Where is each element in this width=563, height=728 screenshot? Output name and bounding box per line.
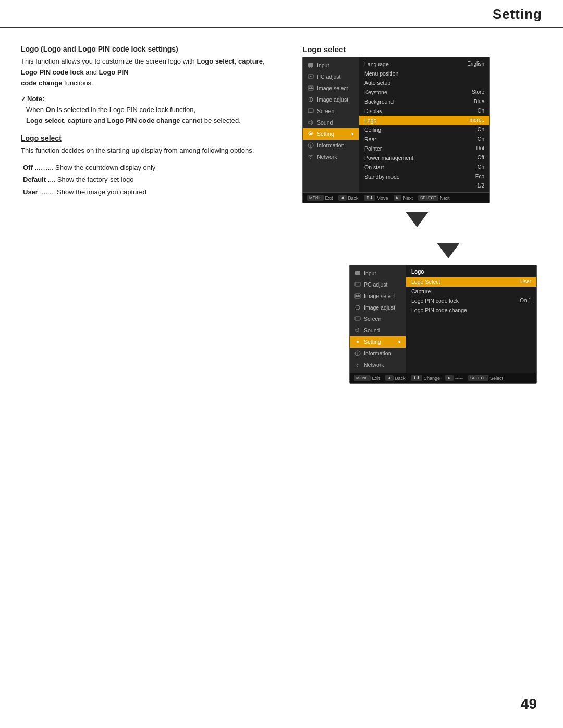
logo-heading: Logo (Logo and Logo PIN code lock settin…	[21, 45, 282, 53]
pcadjust-icon-2	[354, 281, 361, 288]
note-text: When On is selected in the Logo PIN code…	[26, 105, 282, 127]
sidebar-screen-1: Screen	[303, 105, 359, 117]
sidebar-imageselect-2: Image select	[350, 290, 406, 302]
menu-row-autosetup: Auto setup	[359, 78, 489, 88]
imageadjust-icon	[307, 96, 314, 103]
svg-text:i: i	[357, 352, 358, 355]
sidebar-input-1: Input	[303, 59, 359, 71]
menu-inner-2: Input PC adjust Image select	[350, 265, 536, 373]
menu-footer-2: MENU Exit ◄ Back ⬆⬇ Change ► ----- SELEC…	[350, 373, 536, 383]
footer-select-1: SELECT Next	[418, 195, 450, 201]
svg-point-18	[356, 305, 360, 310]
footer-exit-2: MENU Exit	[354, 375, 380, 381]
imageadjust-icon-2	[354, 304, 361, 311]
submenu-title: Logo	[406, 267, 536, 276]
footer-change-2: ⬆⬇ Change	[411, 375, 440, 381]
second-screenshot-container: Input PC adjust Image select	[344, 239, 542, 384]
setting-icon-1	[307, 130, 314, 138]
setting-icon-2	[354, 338, 361, 346]
sidebar-imageadjust-1: Image adjust	[303, 94, 359, 105]
sidebar-screen-2: Screen	[350, 313, 406, 325]
menu-row-menupos: Menu position	[359, 69, 489, 78]
footer-back-1: ◄ Back	[338, 195, 359, 201]
menu-row-onstart: On start On	[359, 163, 489, 172]
menu-screenshot-2: Input PC adjust Image select	[349, 265, 537, 384]
imageselect-icon	[307, 84, 314, 92]
footer-exit-1: MENU Exit	[307, 195, 333, 201]
page-number: 49	[521, 696, 537, 712]
sidebar-input-2: Input	[350, 267, 406, 279]
sidebar-pcadjust-2: PC adjust	[350, 279, 406, 290]
svg-marker-10	[309, 120, 312, 125]
page-header: Setting	[0, 0, 563, 28]
svg-point-21	[357, 341, 359, 343]
menu-row-language: Language English	[359, 59, 489, 69]
menu-row-logopinchange: Logo PIN code change	[406, 305, 536, 315]
sound-icon-1	[307, 119, 314, 126]
input-icon-2	[354, 269, 361, 277]
menu-row-capture: Capture	[406, 287, 536, 296]
sidebar-sound-1: Sound	[303, 117, 359, 128]
option-off: Off .......... Show the countdown displa…	[23, 162, 282, 174]
menu-row-background: Background Blue	[359, 97, 489, 106]
svg-point-24	[357, 366, 358, 367]
note-section: Note: When On is selected in the Logo PI…	[21, 95, 282, 127]
menu-main-1: Language English Menu position Auto setu…	[359, 57, 489, 192]
menu-row-logopin: Logo PIN code lock On 1	[406, 296, 536, 305]
sidebar-imageselect-1: Image select	[303, 82, 359, 94]
note-label: Note:	[21, 95, 282, 103]
menu-row-powermgmt: Power management Off	[359, 153, 489, 163]
svg-marker-20	[356, 328, 359, 332]
svg-point-4	[310, 76, 312, 77]
network-icon-2	[354, 361, 361, 368]
right-column: Logo select Input	[297, 45, 495, 233]
footer-back-2: ◄ Back	[385, 375, 406, 381]
sidebar-imageadjust-2: Image adjust	[350, 302, 406, 313]
left-column: Logo (Logo and Logo PIN code lock settin…	[21, 45, 282, 233]
menu-row-page: 1/2	[359, 181, 489, 190]
footer-select-2: SELECT Select	[468, 375, 503, 381]
logo-select-subheading: Logo select	[21, 134, 282, 142]
menu-sidebar-1: Input PC adjust Image sele	[303, 57, 359, 192]
second-screenshot-row: Input PC adjust Image select	[0, 239, 563, 384]
sidebar-information-1: i Information	[303, 140, 359, 151]
svg-rect-16	[355, 282, 360, 286]
svg-rect-0	[308, 63, 313, 67]
menu-sidebar-2: Input PC adjust Image select	[350, 265, 406, 373]
menu-footer-1: MENU Exit ◄ Back ⬆⬇ Move ► Next	[303, 192, 489, 203]
option-user: User ........ Show the image you capture…	[23, 186, 282, 198]
svg-rect-15	[355, 271, 360, 275]
page-title: Setting	[493, 6, 542, 22]
menu-row-logoselect: Logo Select User	[406, 277, 536, 287]
sidebar-setting-2: Setting ◄	[350, 336, 406, 348]
main-content: Logo (Logo and Logo PIN code lock settin…	[0, 29, 563, 233]
screen-icon-2	[354, 315, 361, 323]
logo-select-right-label: Logo select	[302, 45, 346, 54]
options-list: Off .......... Show the countdown displa…	[23, 162, 282, 198]
menu-inner-1: Input PC adjust Image sele	[303, 57, 489, 192]
menu-row-pointer: Pointer Dot	[359, 144, 489, 153]
sound-icon-2	[354, 327, 361, 334]
menu-row-standby: Standby mode Eco	[359, 172, 489, 181]
menu-row-keystone: Keystone Store	[359, 88, 489, 97]
menu-screenshot-1: Input PC adjust Image sele	[302, 57, 490, 203]
pcadjust-icon	[307, 73, 314, 80]
input-icon	[307, 61, 314, 69]
information-icon-1: i	[307, 142, 314, 149]
footer-move-1: ⬆⬇ Move	[364, 195, 388, 201]
footer-next-key-1: ► Next	[394, 195, 413, 201]
menu-main-2: Logo Logo Select User Capture Logo PIN c…	[406, 265, 536, 373]
sidebar-pcadjust-1: PC adjust	[303, 71, 359, 82]
logo-select-desc: This function decides on the starting-up…	[21, 145, 282, 156]
arrow-down-1	[406, 212, 429, 227]
information-icon-2: i	[354, 350, 361, 357]
sidebar-network-1: Network	[303, 151, 359, 163]
svg-rect-19	[355, 317, 360, 320]
footer-dash-2: ► -----	[445, 375, 463, 381]
imageselect-icon-2	[354, 292, 361, 300]
svg-text:i: i	[310, 144, 311, 147]
arrow-down-2	[437, 243, 460, 258]
svg-point-14	[310, 158, 311, 159]
menu-row-display: Display On	[359, 106, 489, 116]
sidebar-information-2: i Information	[350, 348, 406, 359]
